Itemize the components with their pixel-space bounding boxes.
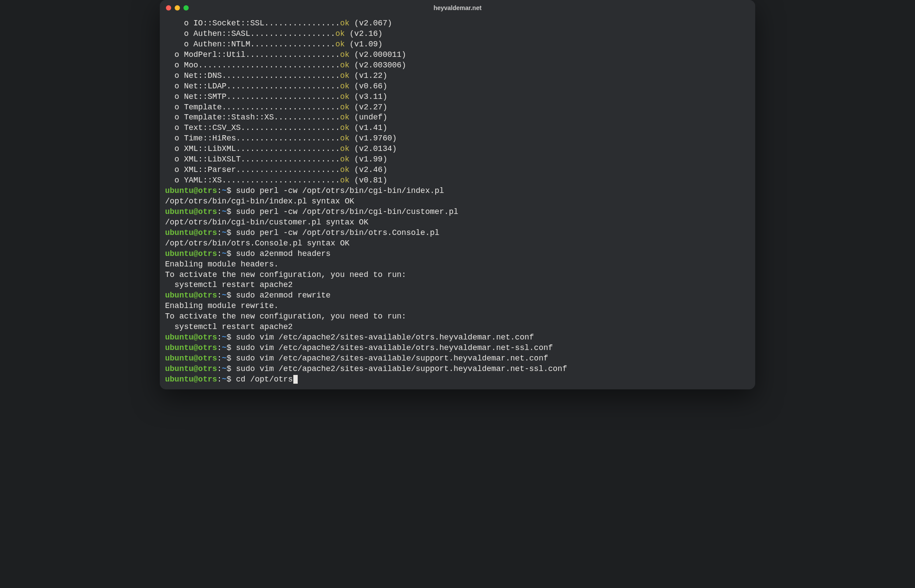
output-line: /opt/otrs/bin/otrs.Console.pl syntax OK [165,238,750,249]
module-bullet: o Authen::NTLM [165,40,250,49]
prompt-sigil: $ [226,364,236,373]
prompt-separator: : [217,228,222,237]
prompt-user: ubuntu@otrs [165,364,217,373]
command-text: sudo perl -cw /opt/otrs/bin/cgi-bin/inde… [236,186,444,195]
minimize-icon[interactable] [175,5,180,10]
current-prompt-line[interactable]: ubuntu@otrs:~$ cd /opt/otrs [165,374,750,385]
module-status: ok [340,61,350,70]
module-version: (v1.99) [349,155,387,164]
module-dots: ......................... [222,103,340,112]
output-text: systemctl restart apache2 [165,322,293,331]
module-line: o Net::SMTP........................ok (v… [165,92,750,102]
command-text: sudo perl -cw /opt/otrs/bin/cgi-bin/cust… [236,207,458,216]
module-dots: ..................... [241,155,340,164]
module-bullet: o YAML::XS [165,176,222,185]
module-status: ok [340,82,350,91]
module-bullet: o IO::Socket::SSL [165,19,264,28]
output-line: To activate the new configuration, you n… [165,270,750,280]
terminal-window: heyvaldemar.net o IO::Socket::SSL.......… [160,0,755,389]
zoom-icon[interactable] [183,5,189,10]
close-icon[interactable] [166,5,171,10]
module-bullet: o Net::LDAP [165,82,226,91]
output-text: /opt/otrs/bin/cgi-bin/index.pl syntax OK [165,197,354,206]
module-line: o XML::LibXML......................ok (v… [165,144,750,154]
command-text: sudo a2enmod rewrite [236,291,331,300]
output-text: /opt/otrs/bin/otrs.Console.pl syntax OK [165,239,349,248]
prompt-separator: : [217,249,222,258]
current-command-text[interactable]: cd /opt/otrs [236,375,293,384]
prompt-user: ubuntu@otrs [165,343,217,352]
output-text: Enabling module headers. [165,260,278,269]
prompt-path: ~ [222,228,227,237]
prompt-path: ~ [222,186,227,195]
command-text: sudo vim /etc/apache2/sites-available/su… [236,364,567,373]
module-line: o Authen::NTLM..................ok (v1.0… [165,39,750,50]
output-text: To activate the new configuration, you n… [165,312,406,321]
module-bullet: o ModPerl::Util [165,50,246,59]
prompt-sigil: $ [226,375,236,384]
prompt-line: ubuntu@otrs:~$ sudo perl -cw /opt/otrs/b… [165,228,750,238]
module-bullet: o Template [165,103,222,112]
module-status: ok [340,144,350,153]
prompt-separator: : [217,207,222,216]
output-text: Enabling module rewrite. [165,301,278,310]
prompt-user: ubuntu@otrs [165,207,217,216]
module-bullet: o Template::Stash::XS [165,113,274,122]
prompt-sigil: $ [226,228,236,237]
prompt-user: ubuntu@otrs [165,249,217,258]
module-dots: .................... [246,50,340,59]
module-version: (v1.41) [349,123,387,132]
prompt-line: ubuntu@otrs:~$ sudo perl -cw /opt/otrs/b… [165,207,750,217]
module-status: ok [340,134,350,143]
output-text: systemctl restart apache2 [165,280,293,289]
module-dots: .................. [250,29,335,38]
prompt-sigil: $ [226,207,236,216]
module-line: o Text::CSV_XS.....................ok (v… [165,123,750,133]
module-version: (v2.067) [349,19,392,28]
module-dots: ...................... [236,134,340,143]
command-text: sudo vim /etc/apache2/sites-available/ot… [236,343,553,352]
command-text: sudo vim /etc/apache2/sites-available/ot… [236,333,534,342]
module-status: ok [340,71,350,80]
module-status: ok [340,123,350,132]
output-text: To activate the new configuration, you n… [165,270,406,279]
module-bullet: o Net::DNS [165,71,222,80]
module-status: ok [340,176,350,185]
output-text: /opt/otrs/bin/cgi-bin/customer.pl syntax… [165,218,368,227]
module-bullet: o Moo [165,61,198,70]
module-dots: ...................... [236,144,340,153]
module-line: o Template::Stash::XS..............ok (u… [165,112,750,123]
module-line: o YAML::XS.........................ok (v… [165,175,750,186]
prompt-line: ubuntu@otrs:~$ sudo vim /etc/apache2/sit… [165,343,750,354]
command-text: sudo a2enmod headers [236,249,331,258]
prompt-path: ~ [222,364,227,373]
module-version: (v2.27) [349,103,387,112]
output-line: systemctl restart apache2 [165,280,750,290]
module-bullet: o Net::SMTP [165,92,226,101]
module-dots: ...................... [236,165,340,174]
prompt-user: ubuntu@otrs [165,186,217,195]
module-bullet: o XML::LibXSLT [165,155,241,164]
prompt-user: ubuntu@otrs [165,228,217,237]
prompt-separator: : [217,354,222,363]
module-dots: ......................... [222,71,340,80]
module-line: o Template.........................ok (v… [165,102,750,113]
terminal-body[interactable]: o IO::Socket::SSL................ok (v2.… [160,16,755,389]
module-bullet: o XML::LibXML [165,144,236,153]
module-bullet: o Time::HiRes [165,134,236,143]
module-status: ok [340,165,350,174]
module-dots: ........................ [226,82,340,91]
prompt-user: ubuntu@otrs [165,333,217,342]
prompt-path: ~ [222,207,227,216]
prompt-separator: : [217,364,222,373]
prompt-sigil: $ [226,343,236,352]
module-version: (v2.0134) [349,144,397,153]
prompt-path: ~ [222,354,227,363]
module-line: o Net::DNS.........................ok (v… [165,71,750,81]
prompt-line: ubuntu@otrs:~$ sudo vim /etc/apache2/sit… [165,332,750,343]
module-version: (v2.16) [345,29,382,38]
module-version: (v1.09) [345,40,382,49]
module-status: ok [340,113,350,122]
module-dots: .............. [274,113,340,122]
module-line: o ModPerl::Util....................ok (v… [165,50,750,60]
